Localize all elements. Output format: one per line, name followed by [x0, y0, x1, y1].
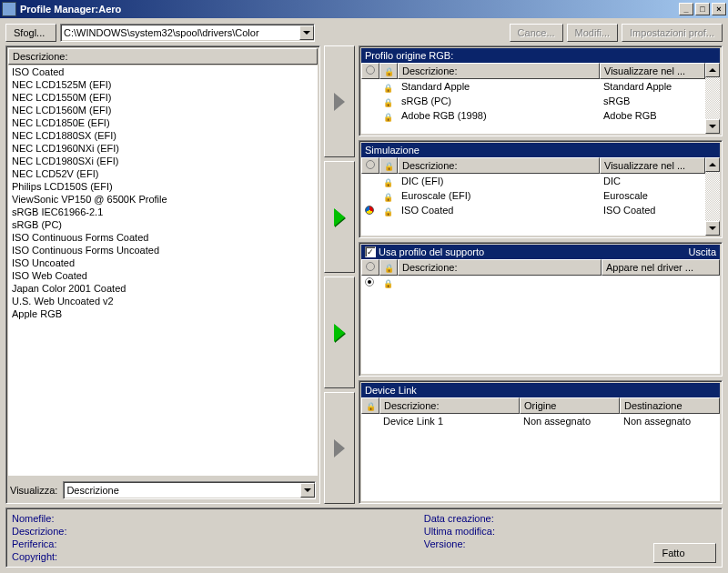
- view-combobox[interactable]: Descrizione: [63, 481, 316, 499]
- list-item[interactable]: sRGB (PC): [8, 218, 318, 231]
- list-item[interactable]: Philips LCD150S (EFI): [8, 180, 318, 193]
- list-item[interactable]: U.S. Web Uncoated v2: [8, 295, 318, 307]
- table-row[interactable]: Adobe RGB (1998) Adobe RGB: [361, 108, 705, 123]
- list-item[interactable]: sRGB IEC61966-2.1: [8, 206, 318, 218]
- minimize-button[interactable]: _: [679, 3, 693, 15]
- use-media-profile-label: Usa profilo del supporto: [379, 246, 484, 257]
- scrollbar[interactable]: [705, 63, 720, 134]
- col-driver[interactable]: Appare nel driver ...: [602, 259, 720, 276]
- lock-icon: [383, 206, 392, 215]
- list-item[interactable]: ISO Coated: [8, 65, 318, 78]
- table-row[interactable]: Device Link 1 Non assegnato Non assegnat…: [361, 414, 720, 428]
- titlebar: Profile Manager:Aero _ □ ×: [0, 0, 728, 18]
- profile-settings-button[interactable]: Impostazioni prof...: [622, 24, 723, 42]
- col-radio[interactable]: [361, 63, 379, 79]
- table-row[interactable]: Standard Apple Standard Apple: [361, 79, 705, 94]
- list-item[interactable]: ISO Continuous Forms Coated: [8, 231, 318, 244]
- col-description[interactable]: Descrizione:: [398, 259, 602, 276]
- assign-buttons-column: [324, 45, 355, 504]
- list-item[interactable]: NEC LCD1525M (EFI): [8, 78, 318, 91]
- lock-icon: [383, 277, 392, 286]
- close-button[interactable]: ×: [712, 3, 726, 15]
- rgb-title: Profilo origine RGB:: [365, 50, 453, 61]
- col-lock[interactable]: [379, 63, 398, 79]
- list-item[interactable]: ViewSonic VP150 @ 6500K Profile: [8, 193, 318, 206]
- list-item[interactable]: NEC LCD1560M (EFI): [8, 104, 318, 116]
- lock-icon: [384, 262, 393, 271]
- device-label: Periferica:: [12, 538, 242, 550]
- assign-simulation-button[interactable]: [324, 161, 355, 273]
- list-item[interactable]: NEC LCD1880SX (EFI): [8, 129, 318, 142]
- col-show[interactable]: Visualizzare nel ...: [600, 63, 705, 79]
- list-item[interactable]: ISO Web Coated: [8, 269, 318, 282]
- col-lock[interactable]: [361, 397, 379, 414]
- col-origin[interactable]: Origine: [520, 397, 620, 414]
- col-radio[interactable]: [361, 157, 379, 174]
- col-description[interactable]: Descrizione:: [398, 157, 600, 174]
- lock-icon: [383, 191, 392, 200]
- devicelink-title: Device Link: [365, 385, 417, 396]
- col-show[interactable]: Visualizzare nel ...: [600, 157, 705, 174]
- assign-rgb-button[interactable]: [324, 45, 355, 157]
- lock-icon: [383, 111, 392, 120]
- scrollbar[interactable]: [705, 157, 720, 236]
- list-item[interactable]: NEC LCD52V (EFI): [8, 167, 318, 180]
- created-label: Data creazione:: [424, 512, 654, 525]
- play-icon: [334, 439, 345, 457]
- done-button[interactable]: Fatto: [653, 543, 716, 563]
- assign-output-button[interactable]: [324, 276, 355, 388]
- col-lock[interactable]: [379, 259, 398, 276]
- assign-devicelink-button[interactable]: [324, 392, 355, 504]
- table-row[interactable]: sRGB (PC) sRGB: [361, 94, 705, 108]
- simulation-table[interactable]: Descrizione: Visualizzare nel ... DIC (E…: [361, 157, 705, 236]
- output-table[interactable]: Descrizione: Appare nel driver ...: [361, 259, 720, 374]
- devicelink-section: Device Link Descrizione: Origine Destina…: [359, 380, 723, 504]
- list-item[interactable]: NEC LCD1960NXi (EFI): [8, 142, 318, 155]
- col-description[interactable]: Descrizione:: [398, 63, 600, 79]
- rgb-source-section: Profilo origine RGB: Descrizione: Visual…: [359, 45, 723, 136]
- table-row[interactable]: [361, 276, 720, 288]
- rgb-table[interactable]: Descrizione: Visualizzare nel ... Standa…: [361, 63, 705, 134]
- simulation-section: Simulazione Descrizione: Visualizzare ne…: [359, 140, 723, 238]
- path-combobox[interactable]: C:\WINDOWS\system32\spool\drivers\Color: [60, 24, 315, 42]
- cancel-button[interactable]: Cance...: [510, 24, 563, 42]
- output-title: Uscita: [688, 246, 716, 257]
- lock-icon: [383, 82, 392, 91]
- list-item[interactable]: ISO Continuous Forms Uncoated: [8, 244, 318, 256]
- list-item[interactable]: ISO Uncoated: [8, 256, 318, 269]
- path-value: C:\WINDOWS\system32\spool\drivers\Color: [64, 27, 259, 38]
- chevron-down-icon[interactable]: [300, 483, 315, 498]
- browse-button[interactable]: Sfogl...: [5, 24, 56, 42]
- use-media-profile-checkbox[interactable]: ✓: [365, 246, 376, 257]
- col-destination[interactable]: Destinazione: [620, 397, 720, 414]
- top-toolbar: Sfogl... C:\WINDOWS\system32\spool\drive…: [5, 24, 723, 42]
- modify-button[interactable]: Modifi...: [567, 24, 619, 42]
- profiles-header: Descrizione:: [8, 48, 318, 65]
- radio-icon: [365, 277, 374, 286]
- list-item[interactable]: NEC LCD1850E (EFI): [8, 116, 318, 129]
- col-radio[interactable]: [361, 259, 379, 276]
- table-row[interactable]: ISO Coated ISO Coated: [361, 203, 705, 217]
- description-label: Descrizione:: [12, 525, 242, 538]
- maximize-button[interactable]: □: [695, 3, 710, 15]
- window-title: Profile Manager:Aero: [20, 4, 121, 15]
- table-row[interactable]: DIC (EFI) DIC: [361, 174, 705, 188]
- list-item[interactable]: Japan Color 2001 Coated: [8, 282, 318, 295]
- filename-label: Nomefile:: [12, 512, 242, 525]
- lock-icon: [384, 65, 393, 75]
- lock-icon: [383, 96, 392, 106]
- profiles-list[interactable]: ISO CoatedNEC LCD1525M (EFI)NEC LCD1550M…: [8, 65, 318, 476]
- list-item[interactable]: NEC LCD1980SXi (EFI): [8, 155, 318, 167]
- view-label: Visualizza:: [10, 485, 57, 496]
- col-lock[interactable]: [379, 157, 398, 174]
- list-item[interactable]: NEC LCD1550M (EFI): [8, 91, 318, 104]
- col-description[interactable]: Descrizione:: [379, 397, 520, 414]
- modified-label: Ultima modifica:: [424, 525, 654, 538]
- play-icon: [334, 324, 345, 342]
- chevron-down-icon[interactable]: [299, 25, 314, 40]
- devicelink-table[interactable]: Descrizione: Origine Destinazione Device…: [361, 397, 720, 501]
- lock-icon: [366, 400, 375, 409]
- simulation-title: Simulazione: [365, 145, 420, 156]
- table-row[interactable]: Euroscale (EFI) Euroscale: [361, 188, 705, 203]
- list-item[interactable]: Apple RGB: [8, 307, 318, 320]
